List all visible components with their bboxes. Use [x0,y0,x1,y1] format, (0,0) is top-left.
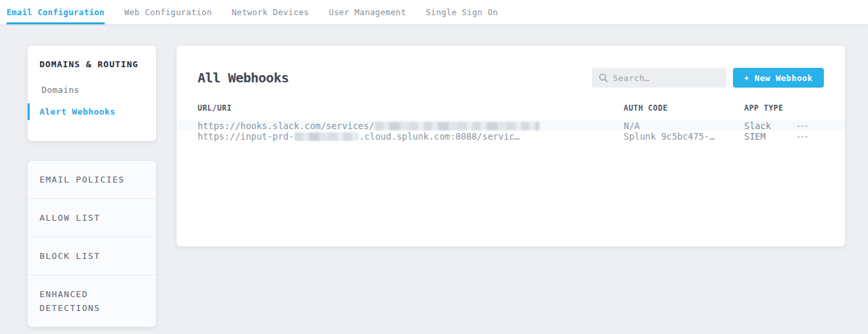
sidebar-item-allow-list[interactable]: ALLOW LIST [28,199,156,237]
row-menu-button[interactable] [795,121,810,131]
page-title: All Webhooks [198,70,289,86]
ellipsis-icon [801,136,803,138]
app-type: SIEM [744,131,795,142]
auth-code: Splunk 9c5bc475-… [624,131,744,142]
ellipsis-icon [798,125,800,127]
url-text-suffix: .cloud.splunk.com:8088/servic… [359,131,520,142]
auth-code: N/A [624,121,744,131]
url-text: https://input-prd- [198,131,294,142]
app-type: Slack [744,121,795,131]
page-content: DOMAINS & ROUTING Domains Alert Webhooks… [0,24,868,327]
search-icon [599,73,608,82]
search-input[interactable] [613,73,720,83]
ellipsis-icon [805,136,807,138]
ellipsis-icon [801,125,803,127]
sidebar: DOMAINS & ROUTING Domains Alert Webhooks… [28,45,156,327]
url-text: https://hooks.slack.com/services/ [198,121,374,131]
webhooks-header: All Webhooks + New Webhook [176,45,845,103]
table-header: URL/URI AUTH CODE APP TYPE [176,103,845,121]
sidebar-item-enhanced-detections[interactable]: ENHANCED DETECTIONS [28,275,156,327]
policies-card: EMAIL POLICIES ALLOW LIST BLOCK LIST ENH… [28,161,156,327]
tab-user-management[interactable]: User Management [329,0,406,24]
domains-routing-title: DOMAINS & ROUTING [28,59,156,69]
sidebar-item-block-list[interactable]: BLOCK LIST [28,237,156,275]
column-header-auth: AUTH CODE [624,103,744,113]
tab-web-configuration[interactable]: Web Configuration [124,0,212,24]
table-row[interactable]: https://input-prd- .cloud.splunk.com:808… [176,131,845,142]
redacted-blur [294,132,358,141]
sidebar-item-domains[interactable]: Domains [28,82,156,98]
ellipsis-icon [805,125,807,127]
tab-network-devices[interactable]: Network Devices [232,0,309,24]
tab-single-sign-on[interactable]: Single Sign On [426,0,499,24]
table-row[interactable]: https://hooks.slack.com/services/ N/A Sl… [176,121,845,131]
webhooks-panel: All Webhooks + New Webhook URL/URI AUTH … [176,45,845,246]
webhook-url: https://input-prd- .cloud.splunk.com:808… [198,131,624,142]
sidebar-item-email-policies[interactable]: EMAIL POLICIES [28,161,156,199]
search-box[interactable] [592,68,726,88]
new-webhook-button[interactable]: + New Webhook [733,68,824,88]
domains-routing-card: DOMAINS & ROUTING Domains Alert Webhooks [28,45,156,141]
column-header-url: URL/URI [198,103,624,113]
redacted-blur [375,122,539,130]
row-menu-button[interactable] [795,132,810,142]
column-header-app: APP TYPE [744,103,795,113]
ellipsis-icon [798,136,800,138]
top-nav: Email Configuration Web Configuration Ne… [0,0,868,24]
sidebar-item-alert-webhooks[interactable]: Alert Webhooks [28,103,156,120]
webhook-url: https://hooks.slack.com/services/ [198,121,624,131]
tab-email-configuration[interactable]: Email Configuration [7,0,105,24]
